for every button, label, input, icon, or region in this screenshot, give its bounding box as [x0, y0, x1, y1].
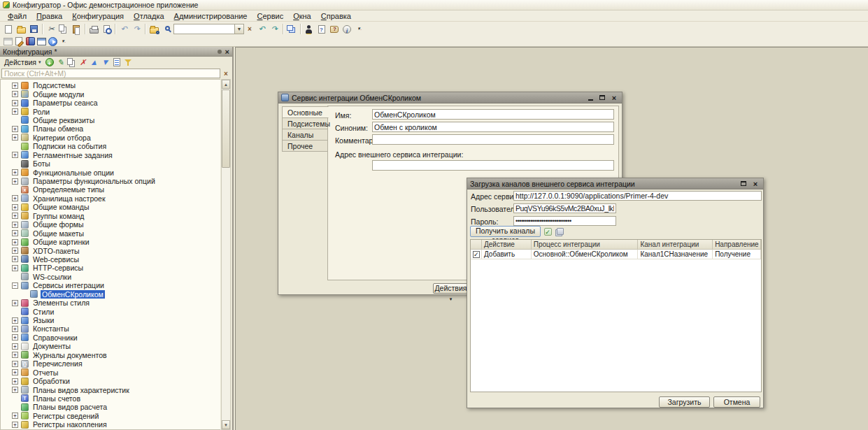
expander-icon[interactable]: +	[12, 169, 18, 175]
user-field[interactable]	[513, 203, 616, 213]
expander-icon[interactable]: +	[12, 222, 18, 228]
tree-item[interactable]: +Планы обмена	[1, 124, 220, 133]
tree-item[interactable]: +Функциональные опции	[1, 168, 220, 176]
expander-icon[interactable]: +	[12, 126, 18, 132]
find-in-files-icon[interactable]	[148, 23, 160, 36]
menu-item-7[interactable]: Справка	[316, 11, 356, 21]
tree-item[interactable]: +Общие команды	[1, 203, 220, 211]
open-configuration-icon[interactable]	[13, 36, 24, 46]
menu-item-3[interactable]: Отладка	[129, 11, 169, 21]
compare-configuration-icon[interactable]	[36, 36, 47, 46]
scroll-down-icon[interactable]: ▼	[222, 420, 230, 429]
channels-table[interactable]: ДействиеПроцесс интеграцииКанал интеграц…	[470, 239, 762, 392]
tree-item[interactable]: Подписки на события	[1, 142, 220, 150]
menu-item-0[interactable]: Файл	[3, 11, 31, 21]
move-down-icon[interactable]: ▼	[100, 57, 111, 67]
expander-icon[interactable]: +	[12, 413, 18, 419]
tree-item[interactable]: +Группы команд	[1, 212, 220, 220]
search-input[interactable]	[1, 69, 220, 78]
column-header[interactable]: Действие	[482, 240, 532, 250]
tab-3[interactable]: Прочее	[282, 140, 328, 152]
expander-icon[interactable]: +	[12, 300, 18, 306]
tree-scrollbar[interactable]: ▲ ▼	[221, 79, 231, 430]
minimize-button[interactable]	[585, 94, 595, 102]
tree-item[interactable]: +Регистры сведений	[1, 412, 220, 420]
expander-icon[interactable]: +	[12, 343, 18, 350]
windows-icon[interactable]	[285, 23, 298, 36]
expander-icon[interactable]: +	[12, 204, 18, 210]
paste-icon[interactable]	[70, 23, 83, 36]
tree-item[interactable]: +{}Перечисления	[1, 359, 220, 368]
start-debugging-icon[interactable]	[47, 36, 58, 46]
copy-icon[interactable]	[57, 23, 70, 36]
tree-item[interactable]: +Общие картинки	[1, 238, 220, 246]
close-button[interactable]: ×	[609, 94, 619, 102]
tree-item[interactable]: TПланы счетов	[1, 394, 220, 403]
tree-item[interactable]: +Планы видов характеристик	[1, 385, 220, 394]
tree-item[interactable]: ОбменСКроликом	[1, 290, 220, 299]
tree-item[interactable]: WS-ссылки	[1, 273, 220, 281]
expander-icon[interactable]: +	[12, 352, 18, 358]
tree-item[interactable]: +Регистры накопления	[1, 420, 220, 429]
tree-item[interactable]: +Общие формы	[1, 220, 220, 229]
save-icon[interactable]	[27, 23, 40, 36]
expander-icon[interactable]: +	[12, 83, 18, 89]
tree-item[interactable]: +Языки	[1, 316, 220, 324]
tree-item[interactable]: +Параметры сеанса	[1, 99, 220, 107]
tree-item[interactable]: Общие реквизиты	[1, 116, 220, 124]
actions-menu-button[interactable]: Действия	[2, 58, 43, 66]
scroll-up-icon[interactable]: ▲	[222, 80, 230, 89]
expander-icon[interactable]: +	[12, 195, 18, 201]
expander-icon[interactable]: +	[12, 91, 18, 97]
undo-icon[interactable]: ↶	[118, 23, 130, 36]
open-icon[interactable]	[15, 23, 27, 36]
help-index-icon[interactable]	[315, 23, 328, 36]
panel-close-icon[interactable]: ×	[225, 48, 229, 55]
synonym-field[interactable]	[372, 122, 614, 132]
tree-item[interactable]: xОпределяемые типы	[1, 185, 220, 194]
tree-item[interactable]: +Web-сервисы	[1, 255, 220, 264]
search-clear-icon[interactable]: ×	[221, 69, 231, 78]
table-row[interactable]: ✓ДобавитьОсновной::ОбменСКроликомКанал1С…	[471, 250, 761, 259]
comment-field[interactable]	[372, 134, 614, 145]
expander-icon[interactable]: +	[12, 422, 18, 428]
tree-item[interactable]: +Хранилища настроек	[1, 194, 220, 203]
expander-icon[interactable]: +	[12, 326, 18, 332]
tree-item[interactable]: +XDTO-пакеты	[1, 246, 220, 255]
expander-icon[interactable]: +	[12, 317, 18, 324]
panel-header[interactable]: Конфигурация * ×	[0, 47, 232, 57]
expander-icon[interactable]: +	[12, 334, 18, 341]
maximize-button[interactable]	[739, 180, 748, 188]
info-icon[interactable]	[341, 23, 353, 36]
add-icon[interactable]	[44, 57, 55, 67]
menu-item-1[interactable]: Правка	[31, 11, 67, 21]
tree-item[interactable]: +Журналы документов	[1, 351, 220, 359]
tree-item[interactable]: +Документы	[1, 342, 220, 350]
expander-icon[interactable]: +	[12, 265, 18, 271]
expander-icon[interactable]: +	[12, 378, 18, 385]
tab-0[interactable]: Основные	[282, 106, 329, 118]
column-header[interactable]: Процесс интеграции	[532, 240, 639, 250]
expander-icon[interactable]: +	[12, 256, 18, 262]
expander-icon[interactable]: +	[12, 239, 18, 245]
tree-item[interactable]: +Справочники	[1, 334, 220, 342]
menu-item-4[interactable]: Администрирование	[169, 11, 252, 21]
chevron-down-icon[interactable]: ▼	[235, 24, 244, 34]
tree-item[interactable]: +Элементы стиля	[1, 299, 220, 307]
maximize-button[interactable]	[597, 94, 607, 102]
cut-icon[interactable]: ✂	[45, 23, 57, 36]
menu-item-5[interactable]: Сервис	[252, 11, 288, 21]
tab-2[interactable]: Каналы	[282, 129, 328, 141]
cancel-button[interactable]: Отмена	[713, 396, 760, 408]
tree-item[interactable]: +HTTP-сервисы	[1, 264, 220, 272]
global-search-input[interactable]	[173, 24, 235, 34]
row-checkbox[interactable]: ✓	[473, 251, 480, 258]
tree-item[interactable]: +Обработки	[1, 377, 220, 385]
tree-item[interactable]: +Регламентные задания	[1, 151, 220, 159]
find-icon[interactable]	[160, 23, 173, 36]
expander-icon[interactable]: +	[12, 248, 18, 254]
tree-item[interactable]: Планы видов расчета	[1, 403, 220, 411]
print-preview-icon[interactable]	[100, 23, 113, 36]
external-address-field[interactable]	[372, 160, 614, 171]
database-configuration-icon[interactable]	[24, 36, 36, 46]
